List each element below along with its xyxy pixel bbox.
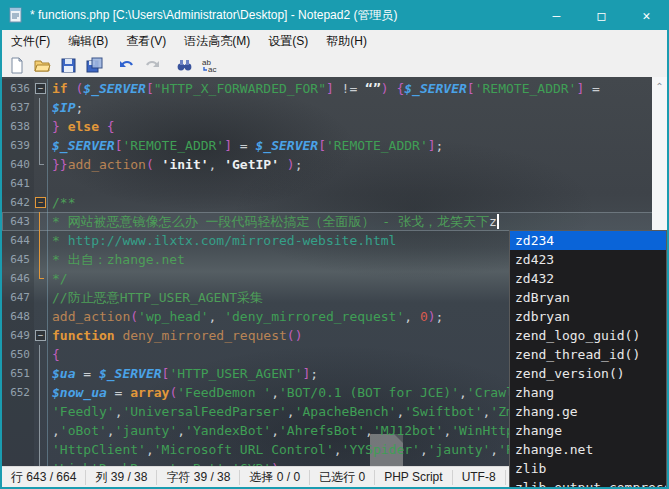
- maximize-button[interactable]: □: [579, 0, 624, 30]
- status-segment-3[interactable]: 选择 0 / 0: [240, 470, 310, 485]
- close-button[interactable]: ✕: [624, 0, 669, 30]
- code-line-641[interactable]: 641: [2, 174, 667, 193]
- fold-margin[interactable]: −: [34, 193, 48, 212]
- line-number: 636: [2, 79, 34, 98]
- fold-margin: [34, 117, 48, 136]
- status-segment-1[interactable]: 列 39 / 38: [86, 470, 157, 485]
- fold-margin: [34, 269, 48, 288]
- fold-margin: [34, 345, 48, 364]
- fold-line: [39, 421, 40, 440]
- code-line-639[interactable]: 639$_SERVER['REMOTE_ADDR'] = $_SERVER['R…: [2, 136, 667, 155]
- scroll-up-icon[interactable]: ⌃: [652, 79, 667, 94]
- menu-item-2[interactable]: 查看(V): [117, 30, 175, 53]
- autocomplete-item-9[interactable]: zhang.ge: [510, 402, 666, 421]
- code-line-640[interactable]: 640}}add_action( 'init', 'GetIP' );: [2, 155, 667, 174]
- status-segment-0[interactable]: 行 643 / 664: [2, 470, 86, 485]
- status-segment-6[interactable]: UTF-8: [453, 470, 506, 485]
- autocomplete-item-13[interactable]: zlib.output_compress: [510, 478, 666, 489]
- code-line-638[interactable]: 638} else {: [2, 117, 667, 136]
- autocomplete-item-6[interactable]: zend_thread_id(): [510, 345, 666, 364]
- replace-button[interactable]: abac: [198, 54, 222, 76]
- toolbar: abac: [2, 53, 667, 78]
- undo-button[interactable]: [114, 54, 138, 76]
- save-copy-button[interactable]: [82, 54, 106, 76]
- line-number: [2, 459, 34, 466]
- code-line-636[interactable]: 636−if ($_SERVER["HTTP_X_FORWARDED_FOR"]…: [2, 79, 667, 98]
- autocomplete-item-0[interactable]: zd234: [510, 231, 666, 250]
- autocomplete-item-4[interactable]: zdbryan: [510, 307, 666, 326]
- text-caret: [497, 214, 499, 229]
- status-segment-5[interactable]: PHP Script: [375, 470, 452, 485]
- code-text: }}add_action( 'init', 'GetIP' );: [48, 155, 667, 174]
- fold-margin: [34, 440, 48, 459]
- fold-line: [39, 250, 40, 269]
- fold-collapse-icon[interactable]: −: [35, 197, 46, 208]
- fold-margin: [34, 212, 48, 231]
- undo-icon: [118, 57, 135, 74]
- menu-item-0[interactable]: 文件(F): [2, 30, 59, 53]
- autocomplete-item-10[interactable]: zhange: [510, 421, 666, 440]
- menu-item-5[interactable]: 帮助(H): [317, 30, 376, 53]
- menu-item-3[interactable]: 语法高亮(M): [175, 30, 259, 53]
- autocomplete-item-3[interactable]: zdBryan: [510, 288, 666, 307]
- line-number: 639: [2, 136, 34, 155]
- status-segment-2[interactable]: 字符 39 / 38: [157, 470, 240, 485]
- menu-item-4[interactable]: 设置(S): [259, 30, 317, 53]
- fold-margin: [34, 231, 48, 250]
- autocomplete-item-2[interactable]: zd432: [510, 269, 666, 288]
- save-copy-icon: [86, 57, 103, 74]
- save-button[interactable]: [56, 54, 80, 76]
- line-number: 638: [2, 117, 34, 136]
- code-text: } else {: [48, 117, 667, 136]
- new-file-button[interactable]: [4, 54, 28, 76]
- fold-end: [39, 155, 40, 165]
- new-file-icon: [8, 57, 25, 74]
- line-number: 637: [2, 98, 34, 117]
- code-text: $_SERVER['REMOTE_ADDR'] = $_SERVER['REMO…: [48, 136, 667, 155]
- code-text: [48, 174, 667, 193]
- toolbar-separator: [164, 54, 170, 76]
- fold-line: [39, 345, 40, 364]
- svg-text:ac: ac: [208, 65, 216, 74]
- open-folder-icon: [34, 57, 51, 74]
- fold-margin[interactable]: −: [34, 79, 48, 98]
- title-bar: * functions.php [C:\Users\Administrator\…: [0, 0, 669, 30]
- fold-line: [39, 440, 40, 459]
- redo-icon: [144, 57, 161, 74]
- line-number: 641: [2, 174, 34, 193]
- fold-line: [39, 364, 40, 383]
- code-text: $IP;: [48, 98, 667, 117]
- toolbar-separator: [106, 54, 112, 76]
- status-segment-4[interactable]: 已选行 0: [310, 470, 375, 485]
- code-line-637[interactable]: 637$IP;: [2, 98, 667, 117]
- fold-end: [39, 269, 40, 279]
- open-folder-button[interactable]: [30, 54, 54, 76]
- autocomplete-item-12[interactable]: zlib: [510, 459, 666, 478]
- code-text: /**: [48, 193, 667, 212]
- fold-collapse-icon[interactable]: −: [35, 83, 46, 94]
- fold-margin: [34, 364, 48, 383]
- line-number: [2, 440, 34, 459]
- code-line-643[interactable]: 643* 网站被恶意镜像怎么办 一段代码轻松搞定（全面版） - 张戈，龙笑天下z: [2, 212, 667, 231]
- autocomplete-item-5[interactable]: zend_logo_guid(): [510, 326, 666, 345]
- fold-margin[interactable]: −: [34, 326, 48, 345]
- fold-collapse-icon[interactable]: −: [35, 330, 46, 341]
- code-line-642[interactable]: 642−/**: [2, 193, 667, 212]
- menu-item-1[interactable]: 编辑(B): [59, 30, 117, 53]
- fold-line: [39, 136, 40, 155]
- fold-margin: [34, 402, 48, 421]
- line-number: [2, 421, 34, 440]
- autocomplete-item-1[interactable]: zd423: [510, 250, 666, 269]
- autocomplete-item-7[interactable]: zend_version(): [510, 364, 666, 383]
- fold-margin: [34, 288, 48, 307]
- find-icon: [176, 57, 193, 74]
- find-button[interactable]: [172, 54, 196, 76]
- fold-line: [39, 402, 40, 421]
- fold-margin: [34, 459, 48, 466]
- line-number: [2, 402, 34, 421]
- line-number: 644: [2, 231, 34, 250]
- minimize-button[interactable]: —: [534, 0, 579, 30]
- autocomplete-item-11[interactable]: zhange.net: [510, 440, 666, 459]
- redo-button: [140, 54, 164, 76]
- autocomplete-item-8[interactable]: zhang: [510, 383, 666, 402]
